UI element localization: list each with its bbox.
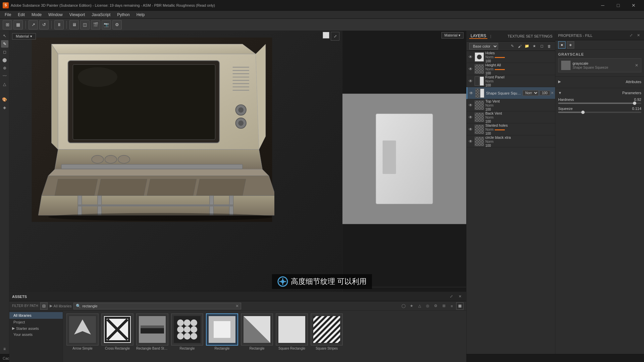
layer-vis-slanted-holes[interactable]: 👁 xyxy=(468,127,473,132)
maximize-button[interactable]: □ xyxy=(610,0,626,11)
assets-close-btn[interactable]: ✕ xyxy=(456,293,464,300)
tool-brush[interactable]: ✎ xyxy=(1,40,8,48)
fill-type-material-btn[interactable]: ◈ xyxy=(567,41,574,49)
asset-item-rectangle-white[interactable]: Rectangle xyxy=(205,313,239,350)
layer-item-back-vent[interactable]: 👁 Back Vent Norm 100 xyxy=(467,111,555,123)
viewport-white-btn[interactable] xyxy=(323,32,329,39)
menu-item-javascript[interactable]: JavaScript xyxy=(88,11,114,19)
layer-item-holes[interactable]: 👁 Holes Norm 100 xyxy=(467,51,555,63)
grayscale-remove-btn[interactable]: ✕ xyxy=(635,63,638,68)
tool-select[interactable]: ↖ xyxy=(1,32,8,40)
minimize-button[interactable]: ─ xyxy=(595,0,610,11)
sidebar-starter-assets-group[interactable]: ▶ Starter assets xyxy=(9,325,63,331)
tool-smudge[interactable]: 〰 xyxy=(1,72,8,80)
preview-mode-button[interactable]: Material ▾ xyxy=(441,32,464,39)
view-grid-btn[interactable]: ⊞ xyxy=(440,302,447,310)
layer-item-circle-black-xtra[interactable]: 👁 circle black xtra Norm 100 xyxy=(467,135,555,147)
menu-item-python[interactable]: Python xyxy=(114,11,133,19)
param-hardness-track[interactable] xyxy=(558,103,641,104)
asset-item-square-stripes[interactable]: Square Stripes xyxy=(310,313,343,350)
breadcrumb-text[interactable]: All libraries xyxy=(54,304,72,308)
menu-item-help[interactable]: Help xyxy=(133,11,148,19)
asset-item-square-rectangle[interactable]: Square Rectangle xyxy=(275,313,309,350)
toolbar-settings-btn[interactable]: ⚙ xyxy=(112,20,122,29)
layer-vis-holes[interactable]: 👁 xyxy=(468,54,473,60)
layer-vis-front-panel[interactable]: 👁 xyxy=(468,78,473,84)
view-tile-btn[interactable]: ▦ xyxy=(456,302,464,310)
sidebar-all-libraries[interactable]: All libraries xyxy=(9,312,63,319)
layer-add-effect-btn[interactable]: ★ xyxy=(531,43,538,50)
layer-vis-back-vent[interactable]: 👁 xyxy=(468,115,473,120)
view-list-btn[interactable]: ≡ xyxy=(448,302,455,310)
layer-blend-select[interactable]: Norm xyxy=(523,90,539,96)
assets-expand-btn[interactable]: ⤢ xyxy=(447,293,455,300)
menu-item-viewport[interactable]: Viewport xyxy=(66,11,88,19)
asset-item-dots[interactable]: Rectangle xyxy=(170,313,204,350)
tool-material-picker[interactable]: ◈ xyxy=(1,104,8,111)
texture-set-settings-btn[interactable]: TEXTURE SET SETTINGS xyxy=(507,34,552,38)
toolbar-view2-btn[interactable]: ◫ xyxy=(80,20,90,29)
view-gear-btn[interactable]: ⚙ xyxy=(432,302,439,310)
tool-color-picker[interactable]: 🎨 xyxy=(1,96,8,103)
layer-item-slanted-holes[interactable]: 👁 Slanted holes Norm 100 xyxy=(467,123,555,135)
tool-layers[interactable]: ≡ xyxy=(1,345,8,353)
tool-fill[interactable]: ⬤ xyxy=(1,56,8,64)
viewport-expand-btn[interactable]: ⤢ xyxy=(331,32,339,41)
view-shape-btn[interactable]: ◯ xyxy=(400,302,407,310)
filter-icon-btn[interactable]: ⊟ xyxy=(40,302,48,310)
toolbar-grid2-btn[interactable]: ▦ xyxy=(13,20,23,29)
sidebar-project[interactable]: Project xyxy=(9,319,63,325)
viewport-mode-button[interactable]: Material ▾ xyxy=(12,33,36,40)
layers-tab[interactable]: LAYERS xyxy=(469,34,487,39)
search-input[interactable] xyxy=(82,304,234,308)
asset-item-rectangle-band-stripes[interactable]: Rectangle Band Stripes xyxy=(136,313,169,350)
menu-item-edit[interactable]: Edit xyxy=(14,11,28,19)
prop-close-btn[interactable]: ✕ xyxy=(635,33,641,39)
toolbar-undo-btn[interactable]: ↺ xyxy=(39,20,49,29)
layer-item-shape-sq-squeeze[interactable]: 👁 Shape Square Squeeze Norm ✕ xyxy=(467,87,555,99)
layer-mask-btn[interactable]: ◻ xyxy=(538,43,545,50)
sidebar-your-assets[interactable]: Your assets xyxy=(9,331,63,338)
layer-add-fill-btn[interactable]: ✎ xyxy=(509,43,516,50)
layer-x-button[interactable]: ✕ xyxy=(551,91,554,95)
layer-delete-btn[interactable]: 🗑 xyxy=(546,43,552,50)
toolbar-view4-btn[interactable]: 📷 xyxy=(102,20,111,29)
tool-geometry[interactable]: △ xyxy=(1,80,8,88)
prop-expand-btn[interactable]: ⤢ xyxy=(628,33,634,39)
layer-add-folder-btn[interactable]: 📁 xyxy=(524,43,530,50)
param-squeeze-track[interactable] xyxy=(558,112,641,113)
menu-item-file[interactable]: File xyxy=(1,11,14,19)
asset-item-rectangle-half[interactable]: Rectangle xyxy=(240,313,274,350)
fill-type-color-btn[interactable]: ■ xyxy=(558,41,566,49)
toolbar-pause-btn[interactable]: ⏸ xyxy=(54,20,64,29)
param-hardness-thumb[interactable] xyxy=(633,102,636,105)
tool-eraser[interactable]: ◻ xyxy=(1,48,8,56)
toolbar-brush-btn[interactable]: ↗ xyxy=(29,20,38,29)
param-squeeze-thumb[interactable] xyxy=(581,111,585,114)
layer-vis-top-vent[interactable]: 👁 xyxy=(468,103,473,108)
view-circle2-btn[interactable]: ◎ xyxy=(424,302,431,310)
toolbar-grid-btn[interactable]: ⊞ xyxy=(3,20,12,29)
attributes-expand-icon[interactable]: ▶ xyxy=(558,79,561,84)
asset-item-arrow-simple[interactable]: Arrow Simple xyxy=(66,313,99,350)
layer-vis-height-all[interactable]: 👁 xyxy=(468,66,473,72)
asset-item-cross-rectangle[interactable]: Cross Rectangle xyxy=(101,313,134,350)
base-color-select[interactable]: Base color xyxy=(469,43,498,50)
menu-item-mode[interactable]: Mode xyxy=(28,11,45,19)
view-triangle-btn[interactable]: △ xyxy=(416,302,423,310)
toolbar-view1-btn[interactable]: 🖥 xyxy=(69,20,79,29)
layer-value-input[interactable] xyxy=(539,90,550,96)
layer-vis-shape-sq-squeeze[interactable]: 👁 xyxy=(469,90,474,96)
close-button[interactable]: ✕ xyxy=(626,0,641,11)
layer-add-paint-btn[interactable]: 🖌 xyxy=(516,43,523,50)
layer-vis-circle-black-xtra[interactable]: 👁 xyxy=(468,139,473,144)
layer-item-height-all[interactable]: 👁 Height All Norm 100 xyxy=(467,63,555,75)
parameters-expand-icon[interactable]: ▼ xyxy=(558,91,562,95)
search-clear-btn[interactable]: ✕ xyxy=(235,304,239,308)
view-star-btn[interactable]: ★ xyxy=(408,302,415,310)
layer-item-top-vent[interactable]: 👁 Top Vent Norm 100 xyxy=(467,99,555,111)
layer-item-front-panel[interactable]: 👁 Front Panel Norm 100 xyxy=(467,75,555,87)
tool-clone[interactable]: ⊕ xyxy=(1,64,8,72)
toolbar-view3-btn[interactable]: 🎬 xyxy=(91,20,100,29)
menu-item-window[interactable]: Window xyxy=(45,11,66,19)
